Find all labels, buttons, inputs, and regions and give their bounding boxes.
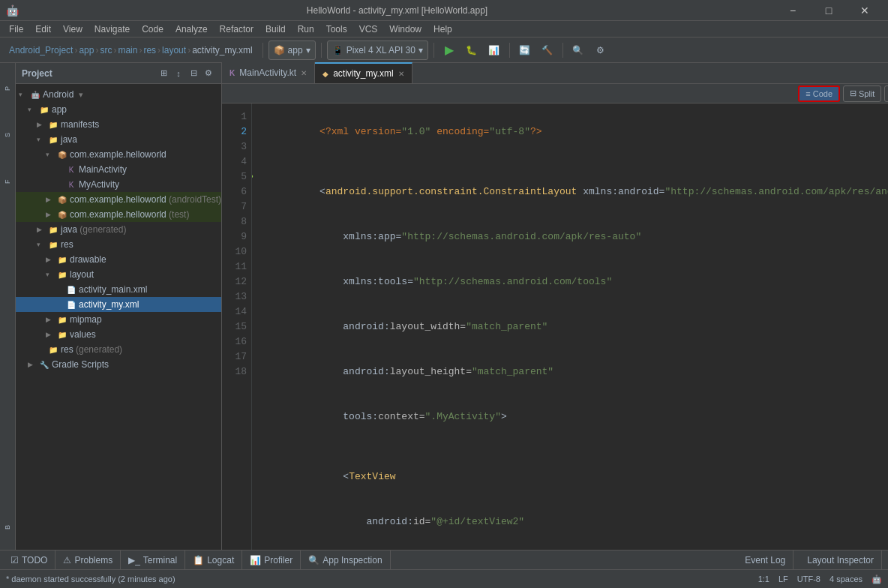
xml-icon: 📄 xyxy=(66,284,76,295)
tree-item-androidtest[interactable]: ▶ 📦 com.example.helloworld (androidTest) xyxy=(16,192,221,207)
breadcrumb-main[interactable]: main xyxy=(118,45,137,56)
code-editor[interactable]: 1 2 3 4 5 6 7 8 9 10 11 12 13 14 15 16 1… xyxy=(222,104,888,550)
module-selector[interactable]: 📦 app ▾ xyxy=(268,40,316,60)
breadcrumb-app[interactable]: app xyxy=(79,45,94,56)
minimize-button[interactable]: − xyxy=(776,0,810,21)
panel-filter-icon[interactable]: ⊟ xyxy=(187,67,200,80)
tree-item-drawable[interactable]: ▶ 📁 drawable xyxy=(16,252,221,267)
menu-item-navigate[interactable]: Navigate xyxy=(88,22,136,36)
debug-button[interactable]: 🐛 xyxy=(462,40,482,60)
tree-label: res (generated) xyxy=(61,344,122,355)
panel-sort-icon[interactable]: ↕ xyxy=(172,67,185,80)
favorites-sidebar-icon[interactable]: F xyxy=(0,159,15,204)
build-variants-sidebar-icon[interactable]: B xyxy=(0,505,15,550)
tree-item-test[interactable]: ▶ 📦 com.example.helloworld (test) xyxy=(16,207,221,222)
tree-item-activity-my[interactable]: ▶ 📄 activity_my.xml xyxy=(16,297,221,312)
sync-button[interactable]: 🔄 xyxy=(515,40,535,60)
run-button[interactable]: ▶ xyxy=(440,40,459,60)
tree-label: MainActivity xyxy=(79,164,127,175)
arrow-icon: ▾ xyxy=(37,241,46,248)
tree-item-mainactivity[interactable]: ▶ K MainActivity xyxy=(16,162,221,177)
folder-icon: 📁 xyxy=(57,254,68,265)
menu-item-analyze[interactable]: Analyze xyxy=(170,22,214,36)
tree-item-gradle[interactable]: ▶ 🔧 Gradle Scripts xyxy=(16,357,221,372)
menu-item-run[interactable]: Run xyxy=(292,22,320,36)
design-view-button[interactable]: 🖼 Design xyxy=(884,86,888,102)
event-log-label[interactable]: Event Log xyxy=(737,550,794,570)
arrow-icon: ▶ xyxy=(37,121,46,128)
tree-item-mipmap[interactable]: ▶ 📁 mipmap xyxy=(16,312,221,327)
tree-item-java-gen[interactable]: ▶ 📁 java (generated) xyxy=(16,222,221,237)
breadcrumb-file[interactable]: activity_my.xml xyxy=(192,45,252,56)
layout-inspector-label[interactable]: Layout Inspector xyxy=(800,550,882,570)
tab-todo[interactable]: ☑ TODO xyxy=(3,550,56,570)
breadcrumb-project[interactable]: Android_Project xyxy=(9,45,73,56)
tree-item-android[interactable]: ▾ 🤖 Android ▾ xyxy=(16,87,221,102)
tree-item-values[interactable]: ▶ 📁 values xyxy=(16,327,221,342)
code-line-6: android:layout_height="match_parent" xyxy=(261,350,888,394)
maximize-button[interactable]: □ xyxy=(812,0,846,21)
menu-item-vcs[interactable]: VCS xyxy=(353,22,384,36)
tree-item-layout[interactable]: ▾ 📁 layout xyxy=(16,267,221,282)
code-view-button[interactable]: ≡ Code xyxy=(798,86,840,102)
tab-problems[interactable]: ⚠ Problems xyxy=(56,550,121,570)
tree-item-res-gen[interactable]: ▶ 📁 res (generated) xyxy=(16,342,221,357)
tree-item-myactivity[interactable]: ▶ K MyActivity xyxy=(16,177,221,192)
status-position[interactable]: 1:1 xyxy=(758,574,770,584)
breadcrumb-src[interactable]: src xyxy=(100,45,112,56)
close-button[interactable]: ✕ xyxy=(848,0,882,21)
app-icon: 🤖 xyxy=(6,4,19,16)
menu-item-tools[interactable]: Tools xyxy=(320,22,353,36)
tab-close-activity-my[interactable]: ✕ xyxy=(398,70,404,78)
tab-logcat[interactable]: 📋 Logcat xyxy=(185,550,242,570)
project-label: P xyxy=(4,86,11,91)
profile-button[interactable]: 📊 xyxy=(484,40,504,60)
breadcrumb-res[interactable]: res xyxy=(143,45,156,56)
build-variants-label: B xyxy=(4,525,11,530)
tree-label: MyActivity xyxy=(79,179,119,190)
settings-button[interactable]: ⚙ xyxy=(591,40,610,60)
menu-item-build[interactable]: Build xyxy=(260,22,292,36)
breadcrumb-layout[interactable]: layout xyxy=(162,45,186,56)
chevron-down-icon-2: ▾ xyxy=(418,45,423,56)
menu-item-refactor[interactable]: Refactor xyxy=(214,22,260,36)
kotlin-icon: K xyxy=(66,164,76,175)
tree-item-manifests[interactable]: ▶ 📁 manifests xyxy=(16,117,221,132)
build-button[interactable]: 🔨 xyxy=(538,40,557,60)
tree-item-package[interactable]: ▾ 📦 com.example.helloworld xyxy=(16,147,221,162)
device-icon: 📱 xyxy=(332,45,344,56)
tree-label: java (generated) xyxy=(61,224,126,235)
structure-sidebar-icon[interactable]: S xyxy=(0,112,15,158)
tab-terminal[interactable]: ▶_ Terminal xyxy=(121,550,185,570)
tab-profiler[interactable]: 📊 Profiler xyxy=(242,550,301,570)
tree-item-activity-main[interactable]: ▶ 📄 activity_main.xml xyxy=(16,282,221,297)
menu-item-code[interactable]: Code xyxy=(136,22,170,36)
status-indent[interactable]: 4 spaces xyxy=(830,574,862,584)
structure-label: S xyxy=(4,133,11,137)
search-button[interactable]: 🔍 xyxy=(568,40,588,60)
device-selector[interactable]: 📱 Pixel 4 XL API 30 ▾ xyxy=(327,40,428,60)
menu-item-window[interactable]: Window xyxy=(383,22,428,36)
split-view-button[interactable]: ⊟ Split xyxy=(843,86,881,102)
menu-item-edit[interactable]: Edit xyxy=(29,22,57,36)
folder-icon: 📁 xyxy=(57,269,68,280)
menu-item-file[interactable]: File xyxy=(3,22,29,36)
menu-item-help[interactable]: Help xyxy=(428,22,458,36)
panel-settings-icon[interactable]: ⚙ xyxy=(202,67,215,80)
tree-item-res[interactable]: ▾ 📁 res xyxy=(16,237,221,252)
status-encoding[interactable]: UTF-8 xyxy=(797,574,820,584)
tab-app-inspection[interactable]: 🔍 App Inspection xyxy=(301,550,390,570)
project-sidebar-icon[interactable]: P xyxy=(0,66,15,111)
tab-close-mainactivity[interactable]: ✕ xyxy=(301,69,307,77)
status-line-sep[interactable]: LF xyxy=(778,574,788,584)
arrow-icon: ▶ xyxy=(46,256,55,263)
tree-item-java[interactable]: ▾ 📁 java xyxy=(16,132,221,147)
toolbar-separator-5 xyxy=(562,43,563,58)
tab-mainactivity[interactable]: K MainActivity.kt ✕ xyxy=(222,62,315,83)
code-content[interactable]: <?xml version="1.0" encoding="utf-8"?> ●… xyxy=(252,104,888,550)
tree-item-app[interactable]: ▾ 📁 app xyxy=(16,102,221,117)
tab-activity-my[interactable]: ◆ activity_my.xml ✕ xyxy=(315,62,412,83)
menu-item-view[interactable]: View xyxy=(57,22,88,36)
panel-layout-icon[interactable]: ⊞ xyxy=(157,67,170,80)
project-panel-header: Project ⊞ ↕ ⊟ ⚙ xyxy=(16,63,221,84)
